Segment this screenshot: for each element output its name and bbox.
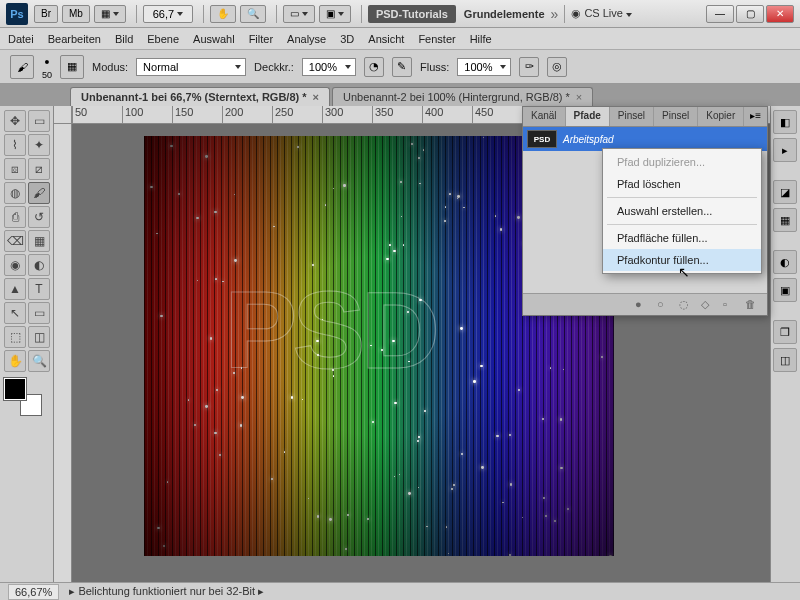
right-panel-strip: ◧ ▸ ◪ ▦ ◐ ▣ ❐ ◫ (770, 106, 800, 582)
crop-tool[interactable]: ⧇ (4, 158, 26, 180)
marquee-tool[interactable]: ▭ (28, 110, 50, 132)
cm-auswahl-erstellen[interactable]: Auswahl erstellen... (603, 200, 761, 222)
lasso-tool[interactable]: ⌇ (4, 134, 26, 156)
menu-bild[interactable]: Bild (115, 33, 133, 45)
ruler-vertical[interactable] (54, 124, 72, 582)
menu-3d[interactable]: 3D (340, 33, 354, 45)
adjustments-panel-icon[interactable]: ◐ (773, 250, 797, 274)
panel-menu-button[interactable]: ▸≡ (744, 107, 767, 126)
document-tab-1[interactable]: Unbenannt-1 bei 66,7% (Sterntext, RGB/8)… (70, 87, 330, 106)
maximize-button[interactable]: ▢ (736, 5, 764, 23)
selection-to-path-icon[interactable]: ◇ (701, 298, 715, 312)
new-path-icon[interactable]: ▫ (723, 298, 737, 312)
toolbox: ✥▭ ⌇✦ ⧇⧄ ◍🖌 ⎙↺ ⌫▦ ◉◐ ▲T ↖▭ ⬚◫ ✋🔍 (0, 106, 54, 582)
hand-tool[interactable]: ✋ (4, 350, 26, 372)
color-swatches[interactable] (4, 378, 42, 416)
menu-filter[interactable]: Filter (249, 33, 273, 45)
gradient-tool[interactable]: ▦ (28, 230, 50, 252)
brush-size[interactable]: 50 (42, 70, 52, 80)
masks-panel-icon[interactable]: ▣ (773, 278, 797, 302)
close-button[interactable]: ✕ (766, 5, 794, 23)
channels-panel-icon[interactable]: ◫ (773, 348, 797, 372)
zoom-tool[interactable]: 🔍 (28, 350, 50, 372)
tool-preset-icon[interactable]: 🖌 (10, 55, 34, 79)
move-tool[interactable]: ✥ (4, 110, 26, 132)
workspace-name[interactable]: Grundelemente (464, 8, 545, 20)
app-logo: Ps (6, 3, 28, 25)
zoom-level[interactable]: 66,67% (8, 584, 59, 600)
path-to-selection-icon[interactable]: ◌ (679, 298, 693, 312)
cm-pfad-duplizieren[interactable]: Pfad duplizieren... (603, 151, 761, 173)
panel-tab-kopier[interactable]: Kopier (698, 107, 744, 126)
zoom-tool-icon[interactable]: 🔍 (240, 5, 266, 23)
menu-auswahl[interactable]: Auswahl (193, 33, 235, 45)
deckkr-field[interactable]: 100% (302, 58, 356, 76)
menubar: Datei Bearbeiten Bild Ebene Auswahl Filt… (0, 28, 800, 50)
wand-tool[interactable]: ✦ (28, 134, 50, 156)
menu-analyse[interactable]: Analyse (287, 33, 326, 45)
delete-path-icon[interactable]: 🗑 (745, 298, 759, 312)
tablet-icon[interactable]: ✎ (392, 57, 412, 77)
menu-hilfe[interactable]: Hilfe (470, 33, 492, 45)
foreground-swatch[interactable] (4, 378, 26, 400)
3d-tool[interactable]: ⬚ (4, 326, 26, 348)
history-panel-icon[interactable]: ◧ (773, 110, 797, 134)
layers-panel-icon[interactable]: ❐ (773, 320, 797, 344)
pressure-size-icon[interactable]: ◎ (547, 57, 567, 77)
fill-path-icon[interactable]: ● (635, 298, 649, 312)
workspace-badge[interactable]: PSD-Tutorials (368, 5, 456, 23)
statusbar: 66,67% ▸ Belichtung funktioniert nur bei… (0, 582, 800, 600)
dodge-tool[interactable]: ◐ (28, 254, 50, 276)
menu-datei[interactable]: Datei (8, 33, 34, 45)
screen-mode-button[interactable]: ▣ (319, 5, 351, 23)
color-panel-icon[interactable]: ◪ (773, 180, 797, 204)
bridge-button[interactable]: Br (34, 5, 58, 23)
close-icon[interactable]: × (576, 91, 582, 103)
blur-tool[interactable]: ◉ (4, 254, 26, 276)
hand-tool-icon[interactable]: ✋ (210, 5, 236, 23)
arrange-button[interactable]: ▭ (283, 5, 315, 23)
panel-footer: ● ○ ◌ ◇ ▫ 🗑 (523, 293, 767, 315)
minibridge-button[interactable]: Mb (62, 5, 90, 23)
stroke-path-icon[interactable]: ○ (657, 298, 671, 312)
path-thumbnail: PSD (527, 130, 557, 148)
cm-pfadflaeche-fuellen[interactable]: Pfadfläche füllen... (603, 227, 761, 249)
pen-tool[interactable]: ▲ (4, 278, 26, 300)
panel-tab-kanaele[interactable]: Kanäl (523, 107, 566, 126)
airbrush-icon[interactable]: ✑ (519, 57, 539, 77)
brush-tool[interactable]: 🖌 (28, 182, 50, 204)
pressure-opacity-icon[interactable]: ◔ (364, 57, 384, 77)
brush-panel-icon[interactable]: ▦ (60, 55, 84, 79)
path-select-tool[interactable]: ↖ (4, 302, 26, 324)
menu-ebene[interactable]: Ebene (147, 33, 179, 45)
stamp-tool[interactable]: ⎙ (4, 206, 26, 228)
menu-fenster[interactable]: Fenster (418, 33, 455, 45)
cslive-button[interactable]: ◉ CS Live (571, 7, 632, 20)
ruler-origin[interactable] (54, 106, 72, 124)
type-tool[interactable]: T (28, 278, 50, 300)
eraser-tool[interactable]: ⌫ (4, 230, 26, 252)
zoom-field[interactable]: 66,7 (143, 5, 193, 23)
minimize-button[interactable]: — (706, 5, 734, 23)
eyedropper-tool[interactable]: ⧄ (28, 158, 50, 180)
panel-tab-pinsel2[interactable]: Pinsel (654, 107, 698, 126)
panel-tab-pinsel[interactable]: Pinsel (610, 107, 654, 126)
document-tab-2[interactable]: Unbenannt-2 bei 100% (Hintergrund, RGB/8… (332, 87, 593, 106)
swatches-panel-icon[interactable]: ▦ (773, 208, 797, 232)
cm-pfad-loeschen[interactable]: Pfad löschen (603, 173, 761, 195)
actions-panel-icon[interactable]: ▸ (773, 138, 797, 162)
heal-tool[interactable]: ◍ (4, 182, 26, 204)
history-brush-tool[interactable]: ↺ (28, 206, 50, 228)
layout-button[interactable]: ▦ (94, 5, 126, 23)
context-menu: Pfad duplizieren... Pfad löschen Auswahl… (602, 148, 762, 274)
menu-bearbeiten[interactable]: Bearbeiten (48, 33, 101, 45)
panel-tab-pfade[interactable]: Pfade (566, 107, 610, 126)
shape-tool[interactable]: ▭ (28, 302, 50, 324)
deckkr-label: Deckkr.: (254, 61, 294, 73)
menu-ansicht[interactable]: Ansicht (368, 33, 404, 45)
expand-icon[interactable]: » (551, 6, 559, 22)
fluss-field[interactable]: 100% (457, 58, 511, 76)
modus-select[interactable]: Normal (136, 58, 246, 76)
3d-cam-tool[interactable]: ◫ (28, 326, 50, 348)
close-icon[interactable]: × (313, 91, 319, 103)
